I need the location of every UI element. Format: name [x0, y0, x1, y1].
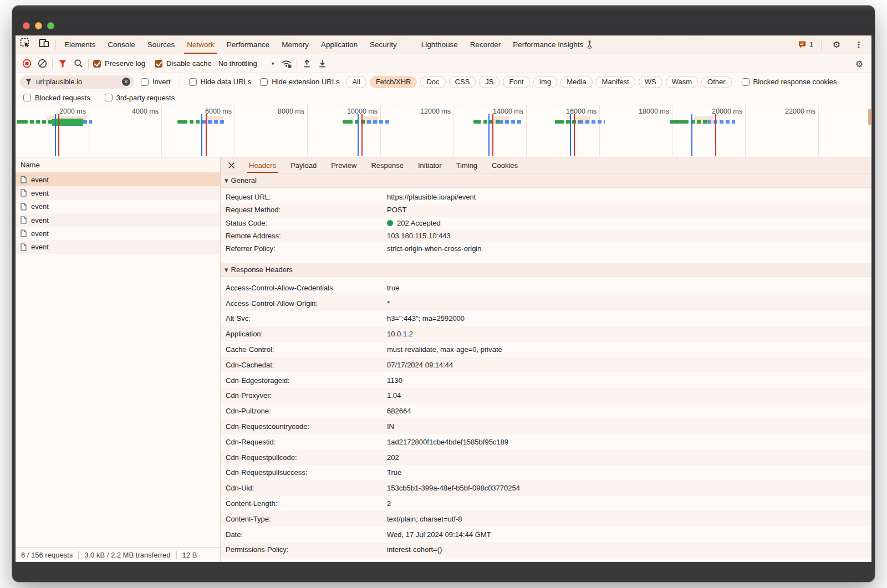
chip-other[interactable]: Other — [701, 76, 732, 88]
blocked-response-cookies-checkbox[interactable]: Blocked response cookies — [740, 78, 839, 86]
chip-font[interactable]: Font — [503, 76, 529, 88]
tab-sources[interactable]: Sources — [141, 35, 181, 54]
timeline-gridline — [672, 105, 672, 157]
tab-label: Memory — [282, 40, 309, 49]
request-detail-panel: HeadersPayloadPreviewResponseInitiatorTi… — [220, 157, 871, 562]
header-value-text: POST — [387, 206, 406, 214]
network-overview-timeline[interactable]: 2000 ms4000 ms6000 ms8000 ms10000 ms1200… — [16, 105, 871, 157]
header-value: strict-origin-when-cross-origin — [387, 244, 482, 253]
inspect-element-icon[interactable] — [16, 35, 34, 50]
chip-css[interactable]: CSS — [449, 76, 476, 88]
throttling-dropdown[interactable]: No throttling ▾ — [214, 59, 279, 68]
filter-icon[interactable] — [55, 57, 70, 71]
chip-doc[interactable]: Doc — [420, 76, 445, 88]
response-headers-section-header[interactable]: ▼ Response Headers — [221, 263, 871, 277]
header-row: Content-Length:2 — [221, 496, 871, 512]
tab-security[interactable]: Security — [364, 35, 403, 54]
detail-tab-headers[interactable]: Headers — [242, 157, 283, 173]
close-detail-icon[interactable] — [221, 157, 242, 173]
chip-ws[interactable]: WS — [639, 76, 662, 88]
request-row[interactable]: event — [16, 213, 220, 227]
header-key: Date: — [226, 530, 387, 539]
zoom-window-button[interactable] — [47, 22, 54, 29]
load-event-line — [361, 114, 363, 156]
general-section-header[interactable]: ▼ General — [221, 173, 871, 188]
general-section-title: General — [231, 176, 257, 185]
detail-tab-payload[interactable]: Payload — [283, 157, 324, 173]
checkbox-checked-icon — [93, 60, 101, 68]
header-key: Cdn-Requestpullsuccess: — [226, 468, 387, 477]
header-key: Cdn-Proxyver: — [226, 391, 387, 400]
request-row[interactable]: event — [16, 240, 220, 253]
preserve-log-checkbox[interactable]: Preserve log — [91, 59, 147, 68]
more-options-kebab-icon[interactable]: ⋮ — [849, 38, 868, 52]
name-column-header[interactable]: Name — [16, 157, 220, 173]
chip-wasm[interactable]: Wasm — [666, 76, 698, 88]
search-icon[interactable] — [70, 57, 86, 71]
header-row: Referrer Policy:strict-origin-when-cross… — [221, 242, 871, 255]
chip-img[interactable]: Img — [533, 76, 558, 88]
tab-elements[interactable]: Elements — [58, 35, 101, 54]
disable-cache-checkbox[interactable]: Disable cache — [152, 59, 214, 68]
load-event-line — [715, 114, 716, 156]
chip-manifest[interactable]: Manifest — [596, 76, 635, 88]
header-value: True — [387, 468, 401, 477]
request-row[interactable]: event — [16, 200, 220, 213]
network-settings-gear-icon[interactable]: ⚙ — [852, 57, 867, 71]
tab-lighthouse[interactable]: Lighthouse — [415, 35, 464, 54]
tab-performance-insights[interactable]: Performance insights — [507, 35, 599, 54]
request-row[interactable]: event — [16, 186, 220, 200]
request-row[interactable]: event — [16, 227, 220, 240]
header-row: Permissions-Policy:interest-cohort=() — [221, 542, 871, 558]
network-conditions-icon[interactable] — [279, 57, 294, 71]
detail-tab-timing[interactable]: Timing — [449, 157, 485, 173]
summary-item: 12 B — [182, 551, 197, 559]
tab-application[interactable]: Application — [315, 35, 364, 54]
detail-tab-response[interactable]: Response — [364, 157, 411, 173]
chip-media[interactable]: Media — [560, 76, 592, 88]
import-har-icon[interactable] — [299, 57, 315, 71]
tab-performance[interactable]: Performance — [221, 35, 276, 54]
chip-js[interactable]: JS — [479, 76, 499, 88]
third-party-requests-checkbox[interactable]: 3rd-party requests — [103, 94, 177, 102]
header-key: Remote Address: — [226, 232, 387, 240]
hide-data-urls-checkbox[interactable]: Hide data URLs — [187, 78, 254, 86]
timeline-gridline — [818, 105, 819, 157]
tab-network[interactable]: Network — [181, 35, 221, 54]
timeline-gridline — [380, 105, 381, 157]
clear-filter-icon[interactable]: × — [122, 78, 130, 86]
minimize-window-button[interactable] — [35, 22, 42, 29]
invert-checkbox[interactable]: Invert — [139, 78, 173, 86]
request-type-chips: AllFetch/XHRDocCSSJSFontImgMediaManifest… — [346, 76, 731, 88]
chip-fetch-xhr[interactable]: Fetch/XHR — [370, 76, 417, 88]
header-value-text: 1.04 — [387, 391, 401, 400]
response-headers-section-title: Response Headers — [231, 265, 293, 274]
header-key: Request Method: — [226, 206, 387, 214]
detail-tab-cookies[interactable]: Cookies — [485, 157, 525, 173]
blocked-requests-checkbox[interactable]: Blocked requests — [21, 94, 93, 102]
filter-input[interactable]: url:plausible.io × — [20, 75, 134, 89]
device-toolbar-icon[interactable] — [34, 35, 53, 50]
invert-label: Invert — [152, 78, 171, 86]
tab-recorder[interactable]: Recorder — [464, 35, 507, 54]
request-row[interactable]: event — [16, 173, 220, 186]
settings-gear-icon[interactable]: ⚙ — [827, 38, 846, 52]
export-har-icon[interactable] — [315, 57, 330, 71]
hide-extension-urls-checkbox[interactable]: Hide extension URLs — [258, 78, 341, 86]
record-network-log-icon[interactable] — [19, 57, 34, 71]
window-titlebar[interactable] — [12, 6, 875, 35]
waterfall-green-dashes — [483, 120, 499, 124]
header-value: interest-cohort=() — [387, 545, 442, 554]
tab-console[interactable]: Console — [101, 35, 141, 54]
overview-scrollbar[interactable] — [868, 109, 871, 125]
detail-tab-preview[interactable]: Preview — [324, 157, 364, 173]
detail-tab-initiator[interactable]: Initiator — [411, 157, 449, 173]
clear-network-log-icon[interactable] — [34, 57, 50, 71]
waterfall-green-dashes — [691, 120, 707, 124]
tab-memory[interactable]: Memory — [276, 35, 315, 54]
third-party-requests-label: 3rd-party requests — [116, 94, 175, 102]
chip-all[interactable]: All — [346, 76, 366, 88]
issues-button[interactable]: 1 — [796, 40, 815, 49]
close-window-button[interactable] — [23, 22, 30, 29]
header-value: IN — [387, 422, 394, 431]
